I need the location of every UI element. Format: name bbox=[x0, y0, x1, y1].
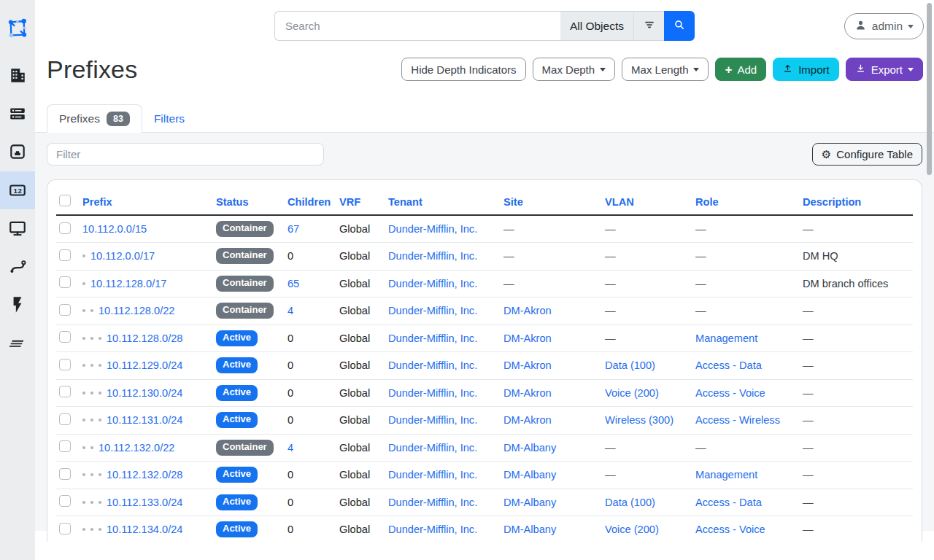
sidebar-item-circuits[interactable] bbox=[0, 248, 35, 287]
column-header-tenant[interactable]: Tenant bbox=[388, 196, 422, 208]
role-link[interactable]: Management bbox=[695, 469, 757, 481]
column-header-prefix[interactable]: Prefix bbox=[82, 196, 112, 208]
tenant-link[interactable]: Dunder-Mifflin, Inc. bbox=[388, 469, 477, 481]
sidebar-item-organization[interactable] bbox=[0, 56, 35, 95]
site-link[interactable]: DM-Albany bbox=[503, 524, 556, 535]
select-all-checkbox[interactable] bbox=[59, 195, 71, 206]
tenant-link[interactable]: Dunder-Mifflin, Inc. bbox=[388, 414, 477, 426]
vlan-link[interactable]: Wireless (300) bbox=[605, 414, 674, 426]
site-link[interactable]: DM-Akron bbox=[503, 387, 552, 399]
tenant-link[interactable]: Dunder-Mifflin, Inc. bbox=[388, 332, 477, 344]
search-input[interactable] bbox=[274, 11, 560, 41]
children-count-link[interactable]: 65 bbox=[287, 278, 299, 289]
site-link[interactable]: DM-Akron bbox=[503, 359, 552, 371]
role-link[interactable]: Access - Data bbox=[695, 497, 762, 508]
row-checkbox[interactable] bbox=[59, 249, 71, 261]
sidebar-item-provisioning[interactable] bbox=[0, 324, 35, 363]
row-checkbox[interactable] bbox=[59, 359, 71, 370]
column-header-description[interactable]: Description bbox=[803, 196, 861, 208]
hide-depth-indicators-button[interactable]: Hide Depth Indicators bbox=[401, 58, 525, 81]
prefix-link[interactable]: 10.112.0.0/15 bbox=[82, 223, 147, 235]
sidebar-item-virtualization[interactable] bbox=[0, 209, 35, 248]
search-filter-button[interactable] bbox=[633, 11, 664, 41]
prefix-link[interactable]: 10.112.129.0/24 bbox=[107, 359, 182, 371]
tenant-link[interactable]: Dunder-Mifflin, Inc. bbox=[388, 278, 477, 289]
site-link[interactable]: DM-Albany bbox=[503, 442, 556, 454]
export-dropdown[interactable]: Export bbox=[846, 58, 923, 81]
column-header-children[interactable]: Children bbox=[287, 196, 331, 208]
tenant-link[interactable]: Dunder-Mifflin, Inc. bbox=[388, 223, 477, 235]
add-button[interactable]: + Add bbox=[715, 58, 766, 81]
tenant-link[interactable]: Dunder-Mifflin, Inc. bbox=[388, 387, 477, 399]
site-link[interactable]: DM-Albany bbox=[503, 469, 556, 481]
column-header-role[interactable]: Role bbox=[695, 196, 719, 208]
children-count-link[interactable]: 67 bbox=[287, 223, 299, 235]
tab-filters[interactable]: Filters bbox=[142, 106, 196, 132]
row-checkbox[interactable] bbox=[59, 331, 71, 343]
prefix-link[interactable]: 10.112.131.0/24 bbox=[107, 414, 182, 426]
vlan-link[interactable]: Data (100) bbox=[605, 497, 655, 508]
prefix-link[interactable]: 10.112.133.0/24 bbox=[107, 497, 182, 508]
status-badge: Active bbox=[216, 521, 258, 537]
row-checkbox[interactable] bbox=[59, 304, 71, 316]
row-checkbox[interactable] bbox=[59, 495, 71, 507]
role-link[interactable]: Access - Voice bbox=[695, 387, 765, 399]
role-link[interactable]: Access - Wireless bbox=[695, 414, 780, 426]
site-link[interactable]: DM-Albany bbox=[503, 497, 556, 508]
tab-prefixes[interactable]: Prefixes 83 bbox=[47, 104, 142, 133]
site-link[interactable]: DM-Akron bbox=[503, 305, 552, 316]
prefix-link[interactable]: 10.112.128.0/28 bbox=[107, 332, 182, 344]
column-header-vlan[interactable]: VLAN bbox=[605, 196, 634, 208]
tenant-link[interactable]: Dunder-Mifflin, Inc. bbox=[388, 497, 477, 508]
row-checkbox[interactable] bbox=[59, 523, 71, 534]
sidebar-item-connections[interactable] bbox=[0, 133, 35, 171]
prefix-link[interactable]: 10.112.130.0/24 bbox=[107, 387, 182, 399]
sidebar-item-ipam[interactable]: 1 2 bbox=[0, 171, 35, 210]
description-value: — bbox=[803, 332, 814, 344]
column-header-site[interactable]: Site bbox=[503, 196, 523, 208]
sidebar-item-home[interactable] bbox=[0, 0, 35, 56]
table-filter-input[interactable] bbox=[47, 143, 324, 166]
role-link[interactable]: Access - Voice bbox=[695, 524, 765, 535]
max-length-dropdown[interactable]: Max Length bbox=[622, 58, 709, 81]
sidebar-item-power[interactable] bbox=[0, 286, 35, 324]
global-search: All Objects bbox=[274, 11, 695, 41]
vlan-link[interactable]: Voice (200) bbox=[605, 387, 659, 399]
sidebar-item-devices[interactable] bbox=[0, 95, 35, 133]
prefix-link[interactable]: 10.112.0.0/17 bbox=[90, 250, 155, 262]
prefix-link[interactable]: 10.112.128.0/17 bbox=[90, 278, 166, 289]
search-scope-button[interactable]: All Objects bbox=[560, 11, 633, 41]
tenant-link[interactable]: Dunder-Mifflin, Inc. bbox=[388, 305, 477, 316]
tenant-link[interactable]: Dunder-Mifflin, Inc. bbox=[388, 442, 477, 454]
row-checkbox[interactable] bbox=[59, 276, 71, 288]
max-depth-dropdown[interactable]: Max Depth bbox=[533, 58, 616, 81]
row-checkbox[interactable] bbox=[59, 386, 71, 397]
vlan-link[interactable]: Voice (200) bbox=[605, 524, 659, 535]
tenant-link[interactable]: Dunder-Mifflin, Inc. bbox=[388, 359, 477, 371]
site-link[interactable]: DM-Akron bbox=[503, 414, 552, 426]
configure-table-button[interactable]: ⚙ Configure Table bbox=[812, 143, 922, 166]
row-checkbox[interactable] bbox=[59, 440, 71, 452]
search-submit-button[interactable] bbox=[664, 11, 695, 41]
tenant-link[interactable]: Dunder-Mifflin, Inc. bbox=[388, 524, 477, 535]
role-link[interactable]: Management bbox=[695, 332, 757, 344]
user-menu-button[interactable]: admin bbox=[844, 13, 924, 39]
prefix-link[interactable]: 10.112.128.0/22 bbox=[99, 305, 174, 316]
role-link[interactable]: Access - Data bbox=[695, 359, 762, 371]
import-button[interactable]: Import bbox=[773, 58, 839, 81]
children-count-link[interactable]: 4 bbox=[287, 442, 293, 454]
prefix-link[interactable]: 10.112.132.0/22 bbox=[99, 442, 174, 454]
children-count-link[interactable]: 4 bbox=[287, 305, 293, 316]
vlan-link[interactable]: Data (100) bbox=[605, 359, 655, 371]
prefix-link[interactable]: 10.112.134.0/24 bbox=[107, 524, 182, 535]
site-link[interactable]: DM-Akron bbox=[503, 332, 552, 344]
prefix-link[interactable]: 10.112.132.0/28 bbox=[107, 469, 182, 481]
vertical-scrollbar-thumb[interactable] bbox=[927, 3, 932, 175]
column-header-status[interactable]: Status bbox=[216, 196, 249, 208]
row-checkbox[interactable] bbox=[59, 468, 71, 480]
depth-indicator-dot bbox=[82, 309, 85, 312]
row-checkbox[interactable] bbox=[59, 222, 71, 234]
row-checkbox[interactable] bbox=[59, 413, 71, 425]
column-header-vrf[interactable]: VRF bbox=[339, 196, 360, 208]
tenant-link[interactable]: Dunder-Mifflin, Inc. bbox=[388, 250, 477, 262]
